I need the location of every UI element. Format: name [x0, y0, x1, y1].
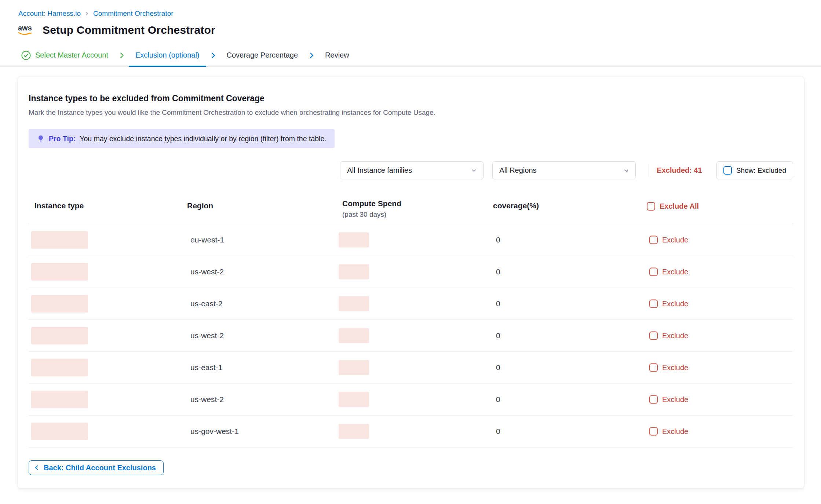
pro-tip-label: Pro Tip: [49, 135, 76, 143]
table-header: Instance type Region Compute Spend (past… [29, 193, 793, 224]
exclude-checkbox[interactable] [649, 364, 658, 372]
table-body: eu-west-1 0 Exclude us-west-2 0 Exclude [29, 224, 793, 448]
exclude-checkbox[interactable] [649, 395, 658, 404]
breadcrumb-current-link[interactable]: Commitment Orchestrator [93, 10, 174, 18]
exclude-all-checkbox[interactable] [647, 202, 655, 211]
redacted-instance-type [31, 391, 88, 408]
table-row: us-east-2 0 Exclude [29, 288, 793, 320]
step-label: Review [325, 51, 349, 59]
header-compute-spend-sub: (past 30 days) [342, 211, 401, 219]
row-exclude-label: Exclude [662, 300, 688, 308]
table-row: us-west-2 0 Exclude [29, 320, 793, 352]
step-select-master-account[interactable]: Select Master Account [21, 44, 115, 66]
row-coverage: 0 [496, 235, 500, 244]
step-review[interactable]: Review [318, 44, 356, 66]
redacted-compute-spend [339, 328, 369, 343]
row-coverage: 0 [496, 395, 500, 403]
page: Account: Harness.io Commitment Orchestra… [0, 0, 821, 504]
step-coverage-percentage[interactable]: Coverage Percentage [220, 44, 305, 66]
header-region: Region [187, 201, 213, 210]
page-title: Setup Commitment Orchestrator [43, 24, 215, 36]
row-exclude-label: Exclude [662, 332, 688, 340]
row-coverage: 0 [496, 363, 500, 372]
regions-select[interactable]: All Regions [492, 161, 636, 179]
row-exclude-label: Exclude [662, 364, 688, 372]
wizard-stepper: Select Master Account Exclusion (optiona… [0, 44, 821, 67]
step-exclusion-optional[interactable]: Exclusion (optional) [129, 44, 206, 66]
step-label: Select Master Account [35, 51, 108, 59]
redacted-instance-type [31, 423, 88, 440]
exclude-checkbox[interactable] [649, 427, 658, 436]
redacted-compute-spend [339, 392, 369, 407]
lightbulb-icon [37, 135, 45, 143]
header-instance-type: Instance type [34, 201, 84, 210]
redacted-compute-spend [339, 233, 369, 248]
exclude-checkbox[interactable] [649, 300, 658, 308]
row-exclude-label: Exclude [662, 236, 688, 244]
row-region: us-west-2 [190, 395, 224, 403]
check-circle-icon [21, 51, 31, 60]
row-coverage: 0 [496, 267, 500, 276]
step-label: Exclusion (optional) [135, 51, 200, 59]
breadcrumb-account-link[interactable]: Account: Harness.io [18, 10, 81, 18]
instance-families-value: All Instance families [347, 166, 412, 175]
row-region: us-west-2 [190, 267, 224, 276]
exclude-checkbox[interactable] [649, 236, 658, 244]
chevron-right-icon [209, 51, 217, 59]
redacted-compute-spend [339, 296, 369, 311]
filter-divider [649, 164, 649, 177]
table-row: us-east-1 0 Exclude [29, 352, 793, 384]
redacted-compute-spend [339, 360, 369, 375]
row-coverage: 0 [496, 299, 500, 308]
redacted-compute-spend [339, 264, 369, 280]
show-excluded-label: Show: Excluded [736, 167, 786, 175]
chevron-right-icon [118, 51, 126, 59]
header-compute-spend: Compute Spend (past 30 days) [342, 199, 401, 219]
chevron-right-icon [307, 51, 315, 59]
page-header: aws Setup Commitment Orchestrator [0, 18, 821, 37]
redacted-instance-type [31, 359, 88, 376]
breadcrumb: Account: Harness.io Commitment Orchestra… [0, 0, 821, 18]
excluded-count: Excluded: 41 [657, 166, 702, 175]
pro-tip-text: You may exclude instance types individua… [80, 135, 326, 143]
redacted-instance-type [31, 295, 88, 313]
table-row: eu-west-1 0 Exclude [29, 224, 793, 256]
exclude-checkbox[interactable] [649, 268, 658, 276]
regions-value: All Regions [499, 166, 536, 175]
header-exclude-all: Exclude All [647, 202, 699, 211]
back-button-label: Back: Child Account Exclusions [44, 464, 156, 472]
table-row: us-west-2 0 Exclude [29, 384, 793, 416]
redacted-instance-type [31, 263, 88, 281]
chevron-down-icon [623, 167, 630, 174]
exclude-checkbox[interactable] [649, 332, 658, 340]
step-label: Coverage Percentage [227, 51, 298, 59]
exclude-all-label: Exclude All [660, 202, 699, 211]
card-subtitle: Mark the Instance types you would like t… [29, 109, 793, 117]
row-coverage: 0 [496, 427, 500, 435]
row-exclude-label: Exclude [662, 427, 688, 436]
show-excluded-toggle[interactable]: Show: Excluded [716, 161, 793, 179]
back-button[interactable]: Back: Child Account Exclusions [29, 460, 164, 475]
table-row: us-west-2 0 Exclude [29, 256, 793, 288]
row-exclude-label: Exclude [662, 268, 688, 276]
aws-logo-icon: aws [18, 23, 37, 37]
svg-text:aws: aws [18, 24, 32, 32]
header-compute-spend-title: Compute Spend [342, 199, 401, 208]
instance-families-select[interactable]: All Instance families [340, 161, 484, 179]
card-title: Instance types to be excluded from Commi… [29, 94, 793, 103]
show-excluded-checkbox[interactable] [723, 166, 732, 175]
redacted-instance-type [31, 327, 88, 344]
row-region: us-east-2 [190, 299, 223, 308]
row-region: us-east-1 [190, 363, 223, 372]
row-region: us-gov-west-1 [190, 427, 239, 435]
chevron-down-icon [471, 167, 477, 174]
row-region: us-west-2 [190, 331, 224, 340]
row-exclude-label: Exclude [662, 395, 688, 404]
filter-bar: All Instance families All Regions Exclud… [29, 161, 793, 179]
chevron-left-icon [33, 464, 40, 471]
row-coverage: 0 [496, 331, 500, 340]
row-region: eu-west-1 [190, 235, 224, 244]
breadcrumb-chevron-icon [84, 11, 90, 16]
header-coverage: coverage(%) [493, 201, 539, 210]
pro-tip-banner: Pro Tip: You may exclude instance types … [29, 129, 335, 148]
